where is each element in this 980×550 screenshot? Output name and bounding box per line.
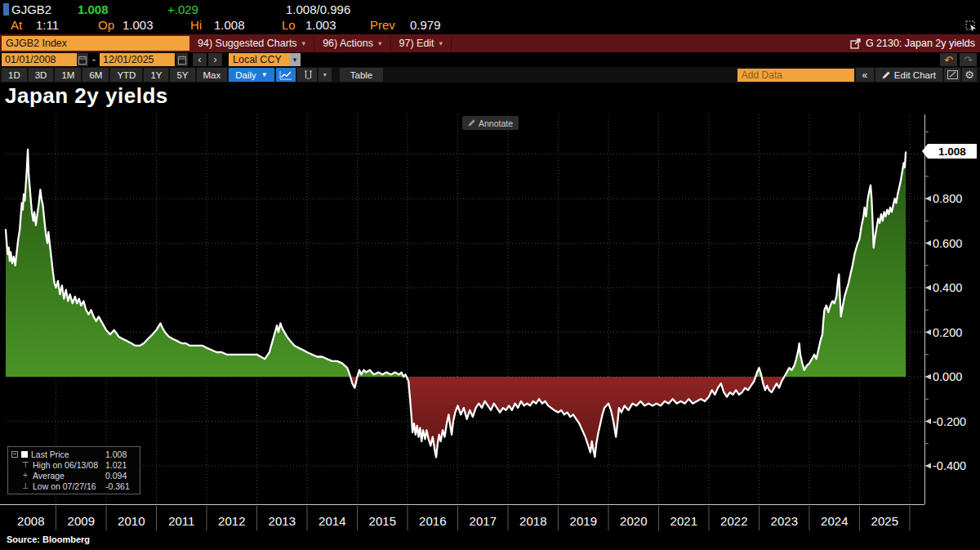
undo-button[interactable]: ↶ [940,53,957,66]
range-ytd-button[interactable]: YTD [110,68,142,82]
high-label: Hi [190,18,202,32]
x-axis-year-label: 2022 [720,514,747,528]
at-value: 1:11 [36,18,59,32]
pencil-icon [882,71,890,79]
page-title: Japan 2y yields [5,83,168,109]
legend-value: 1.021 [105,460,136,470]
last-price-marker-icon [21,451,28,458]
x-axis-year-label: 2016 [419,514,446,528]
chart-toolbar: 1D 3D 1M 6M YTD 1Y 5Y Max Daily ▼ ▾ Tabl… [0,67,980,83]
date-range-separator: - [92,54,96,65]
last-price-value: 1.008 [78,2,109,16]
text-cursor-block [3,3,9,16]
end-date-input[interactable]: 12/01/2025 [100,53,175,66]
currency-select[interactable]: Local CCY [229,53,289,66]
add-data-input[interactable]: Add Data [737,69,854,82]
y-major-tick [925,285,931,291]
chart-edit-icon [947,70,958,79]
y-major-tick [925,240,931,246]
legend-label: High on 06/13/08 [33,460,102,470]
menu-edit[interactable]: 97) Edit ▾ [391,34,452,52]
x-axis-year-label: 2024 [821,514,848,528]
annotate-button[interactable]: Annotate [462,116,519,130]
region-select-icon[interactable] [965,20,977,32]
x-axis-year-label: 2023 [771,514,798,528]
last-price-axis-tag: 1.008 [928,144,977,159]
menu-actions[interactable]: 96) Actions ▾ [314,34,390,52]
x-axis-year-label: 2025 [871,514,898,528]
legend-value: 0.094 [105,471,136,481]
collapse-panel-button[interactable]: « [856,68,874,82]
bid-ask-value: 1.008/0.996 [286,2,350,16]
chart-canvas[interactable]: 0.8000.6000.4000.2000.000-0.200-0.400200… [0,83,980,550]
y-major-tick [925,374,931,380]
x-axis-year-label: 2010 [118,514,145,528]
annotate-label: Annotate [479,118,513,128]
ticker-symbol[interactable]: GJGB2 [11,2,51,16]
redo-button[interactable]: ↷ [960,53,977,66]
calendar-icon[interactable] [176,53,188,66]
y-major-tick [925,418,931,424]
chevron-down-icon: ▾ [302,34,306,52]
start-date-input[interactable]: 01/01/2008 [2,53,77,66]
x-axis-year-label: 2018 [519,514,546,528]
calendar-icon[interactable] [77,53,88,66]
open-label: Op [98,18,114,32]
line-chart-type-button[interactable] [276,68,296,82]
chart-legend[interactable]: Last Price 1.008 ⊤ High on 06/13/08 1.02… [7,446,140,494]
frequency-label: Daily [235,70,256,80]
y-axis-label: 0.600 [933,237,962,250]
chart-id-area[interactable]: G 2130: Japan 2y yields [850,38,980,49]
range-6m-button[interactable]: 6M [82,68,109,82]
security-search-input[interactable]: GJGB2 Index [2,36,189,51]
next-period-button[interactable]: › [208,53,222,66]
menu-bar: GJGB2 Index 94) Suggested Charts ▾ 96) A… [0,34,980,52]
menu-suggested-charts[interactable]: 94) Suggested Charts ▾ [189,34,314,52]
low-marker-icon: ⊥ [21,481,29,490]
legend-value: -0.361 [105,481,136,491]
menu-edit-label: 97) Edit [399,34,434,52]
chart-region: 0.8000.6000.4000.2000.000-0.200-0.400200… [0,83,980,550]
source-label: Source: Bloomberg [7,534,90,544]
y-axis-label: 0.400 [933,281,962,294]
range-max-button[interactable]: Max [197,68,228,82]
y-axis-label: -0.400 [933,459,966,472]
gear-icon[interactable]: ⚙ [962,68,977,82]
low-value: 1.003 [305,18,336,32]
bar-style-button[interactable] [297,68,317,82]
chevron-down-icon[interactable]: ▾ [289,53,301,66]
x-axis-year-label: 2008 [17,514,44,528]
prev-label: Prev [370,18,395,32]
chevron-down-icon: ▾ [378,34,382,52]
export-icon [850,38,861,49]
date-range-bar: 01/01/2008 - 12/01/2025 ‹ › Local CCY ▾ … [0,52,980,67]
menu-suggested-charts-label: 94) Suggested Charts [198,34,297,52]
price-change-value: +.029 [167,2,198,16]
legend-row-low: ⊥ Low on 07/27/16 -0.361 [11,481,136,491]
x-axis-year-label: 2020 [620,514,647,528]
prev-value: 0.979 [410,18,441,32]
range-1m-button[interactable]: 1M [55,68,81,82]
y-axis-label: 0.000 [933,370,962,383]
chart-style-dropdown[interactable]: ▾ [318,68,332,82]
table-button[interactable]: Table [340,68,384,82]
x-axis-year-label: 2014 [318,514,345,528]
prev-period-button[interactable]: ‹ [193,53,207,66]
security-bar: GJGB2 1.008 +.029 1.008/0.996 At 1:11 Op… [0,0,980,34]
y-major-tick [925,463,931,469]
x-axis-year-label: 2009 [68,514,95,528]
range-5y-button[interactable]: 5Y [170,68,194,82]
range-3d-button[interactable]: 3D [29,68,54,82]
y-axis-label: 0.200 [933,326,962,339]
price-line [6,150,906,458]
open-value: 1.003 [122,18,154,32]
y-axis-label: -0.200 [933,415,966,428]
frequency-select[interactable]: Daily ▼ [229,68,274,82]
edit-chart-button[interactable]: Edit Chart [875,68,942,82]
range-1y-button[interactable]: 1Y [144,68,168,82]
legend-collapse-icon[interactable] [11,451,18,458]
y-major-tick [925,329,931,335]
edit-chart-settings-button[interactable] [944,68,960,82]
range-1d-button[interactable]: 1D [2,68,27,82]
bloomberg-terminal-window: GJGB2 1.008 +.029 1.008/0.996 At 1:11 Op… [0,0,980,550]
